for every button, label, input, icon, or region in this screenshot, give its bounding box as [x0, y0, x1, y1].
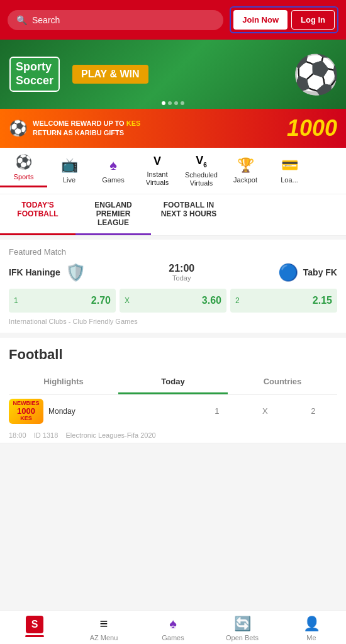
- nav-icons: ⚽ Sports 📺 Live ♠ Games V InstantVirtual…: [0, 148, 346, 194]
- tab-highlights[interactable]: Highlights: [9, 370, 118, 394]
- nav-scheduled-virtuals[interactable]: V6 ScheduledVirtuals: [179, 154, 223, 187]
- match-id: ID 1318: [34, 431, 59, 439]
- featured-match-section: Featured Match IFK Haninge 🛡️ 21:00 Toda…: [0, 240, 346, 333]
- nav-jackpot[interactable]: 🏆 Jackpot: [223, 157, 267, 184]
- home-team: IFK Haninge 🛡️: [9, 263, 88, 282]
- welcome-ball-icon: ⚽: [9, 119, 28, 137]
- home-team-logo: 🛡️: [65, 263, 86, 282]
- odds-home-value: 2.70: [91, 295, 111, 306]
- away-team: 🔵 Taby FK: [276, 263, 337, 282]
- tab-todays-football[interactable]: TODAY'SFOOTBALL: [0, 194, 75, 235]
- football-title: Football: [9, 347, 337, 363]
- match-list-info: 18:00 ID 1318 Electronic Leagues-Fifa 20…: [9, 431, 337, 439]
- play-win-label: PLAY & WIN: [72, 65, 148, 84]
- tab-countries[interactable]: Countries: [228, 370, 337, 394]
- nav-load[interactable]: 💳 Loa...: [267, 157, 311, 184]
- nav-load-label: Loa...: [281, 176, 298, 184]
- nav-instant-virtuals[interactable]: V InstantVirtuals: [135, 155, 179, 187]
- match-league: Electronic Leagues-Fifa 2020: [66, 431, 156, 439]
- header: 🔍 Search Join Now Log In: [0, 0, 346, 40]
- newbies-currency: KES: [20, 416, 32, 422]
- odds-draw-button[interactable]: X 3.60: [120, 289, 226, 313]
- league-label: International Clubs - Club Friendly Game…: [9, 318, 337, 325]
- nav-live-label: Live: [63, 176, 75, 184]
- welcome-text: WELCOME REWARD UP TO KES RETURN AS KARIB…: [33, 119, 282, 138]
- newbies-badge: NEWBIES 1000 KES: [9, 399, 43, 424]
- tab-england-premier-league[interactable]: ENGLANDPREMIERLEAGUE: [75, 194, 151, 235]
- match-time: 21:00 Today: [169, 263, 194, 282]
- match-row: IFK Haninge 🛡️ 21:00 Today 🔵 Taby FK: [9, 263, 337, 282]
- search-bar[interactable]: 🔍 Search: [8, 10, 223, 30]
- newbies-amount: 1000: [17, 407, 35, 416]
- nav-games[interactable]: ♠ Games: [91, 157, 135, 184]
- football-section: Football Highlights Today Countries: [0, 338, 346, 395]
- football-tabs: Highlights Today Countries: [9, 370, 337, 395]
- search-placeholder: Search: [32, 15, 60, 25]
- match-day-text: Monday: [48, 407, 193, 416]
- instant-virtuals-icon: V: [153, 155, 161, 168]
- odds-away-value: 2.15: [313, 295, 332, 306]
- newbies-cols: 1 X 2: [193, 406, 338, 416]
- newbies-row: NEWBIES 1000 KES Monday 1 X 2: [0, 395, 346, 428]
- tab-football-next-3-hours[interactable]: FOOTBALL INNEXT 3 HOURS: [151, 194, 226, 235]
- away-team-name: Taby FK: [303, 267, 337, 277]
- odds-home-label: 1: [14, 296, 18, 305]
- odds-draw-value: 3.60: [202, 295, 221, 306]
- nav-sports[interactable]: ⚽ Sports: [0, 154, 47, 187]
- match-day-label: Monday: [48, 407, 75, 416]
- welcome-amount: 1000: [287, 115, 337, 142]
- nav-scheduled-virtuals-label: ScheduledVirtuals: [185, 171, 218, 187]
- away-team-logo: 🔵: [278, 263, 298, 282]
- sporty-soccer-logo: Sporty Soccer: [9, 57, 60, 91]
- header-buttons: Join Now Log In: [230, 6, 338, 33]
- tab-today[interactable]: Today: [118, 370, 228, 394]
- live-icon: 📺: [61, 157, 78, 174]
- soccer-ball-icon: ⚽: [293, 52, 340, 97]
- odds-away-button[interactable]: 2 2.15: [230, 289, 337, 313]
- odds-home-button[interactable]: 1 2.70: [9, 289, 116, 313]
- match-time-value: 21:00: [169, 263, 194, 274]
- join-now-button[interactable]: Join Now: [233, 10, 287, 30]
- featured-label: Featured Match: [9, 247, 337, 257]
- nav-jackpot-label: Jackpot: [233, 176, 257, 184]
- col-x: X: [241, 406, 289, 416]
- odds-row: 1 2.70 X 3.60 2 2.15: [9, 289, 337, 313]
- match-list-row[interactable]: 18:00 ID 1318 Electronic Leagues-Fifa 20…: [0, 428, 346, 443]
- home-team-name: IFK Haninge: [9, 267, 60, 277]
- col-1: 1: [193, 406, 242, 416]
- jackpot-icon: 🏆: [237, 157, 254, 174]
- welcome-banner: ⚽ WELCOME REWARD UP TO KES RETURN AS KAR…: [0, 109, 346, 148]
- load-icon: 💳: [281, 157, 298, 174]
- nav-sports-label: Sports: [14, 173, 34, 181]
- sporty-soccer-banner[interactable]: Sporty Soccer PLAY & WIN ⚽: [0, 40, 346, 109]
- quick-tabs: TODAY'SFOOTBALL ENGLANDPREMIERLEAGUE FOO…: [0, 194, 346, 236]
- banner-dots: [162, 101, 184, 105]
- nav-instant-virtuals-label: InstantVirtuals: [146, 170, 169, 187]
- nav-live[interactable]: 📺 Live: [47, 157, 91, 184]
- odds-away-label: 2: [235, 296, 240, 305]
- games-icon: ♠: [109, 157, 117, 174]
- scheduled-virtuals-icon: V6: [196, 154, 207, 169]
- odds-draw-label: X: [125, 296, 130, 305]
- col-2: 2: [289, 406, 338, 416]
- match-time-sub: Today: [169, 274, 194, 282]
- sports-icon: ⚽: [15, 154, 32, 170]
- match-time-display: 18:00: [9, 431, 26, 439]
- login-button[interactable]: Log In: [291, 10, 335, 30]
- nav-games-label: Games: [102, 176, 124, 184]
- search-icon: 🔍: [16, 15, 27, 25]
